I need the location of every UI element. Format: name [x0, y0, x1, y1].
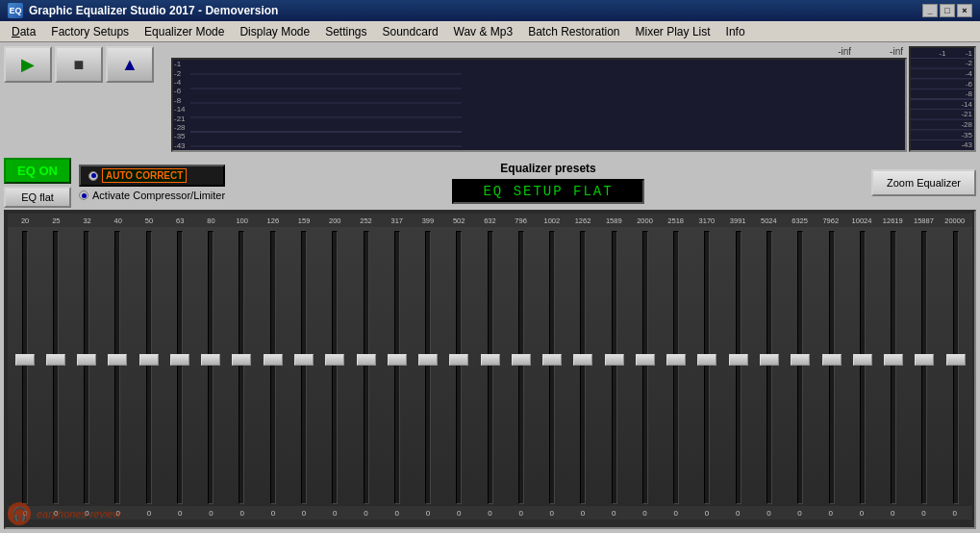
slider-track-1262[interactable]	[580, 231, 586, 504]
menu-soundcard[interactable]: Soundcard	[375, 23, 446, 40]
slider-thumb-12619[interactable]	[884, 354, 903, 366]
slider-thumb-80[interactable]	[201, 354, 220, 366]
eject-button[interactable]: ▲	[106, 46, 154, 83]
slider-thumb-159[interactable]	[294, 354, 314, 366]
bottom-value-1002: 0	[537, 509, 567, 518]
slider-thumb-1002[interactable]	[542, 354, 562, 366]
zoom-equalizer-button[interactable]: Zoom Equalizer	[871, 169, 976, 196]
slider-track-40[interactable]	[114, 231, 120, 504]
frequency-labels: 2025324050638010012615920025231739950263…	[8, 214, 972, 227]
slider-track-10024[interactable]	[860, 231, 866, 504]
slider-track-20000[interactable]	[953, 231, 959, 504]
slider-track-6325[interactable]	[797, 231, 803, 504]
slider-thumb-399[interactable]	[418, 354, 438, 366]
slider-thumb-200[interactable]	[325, 354, 344, 366]
slider-track-200[interactable]	[332, 231, 338, 504]
slider-track-399[interactable]	[425, 231, 431, 504]
auto-correct-button[interactable]: AUTO CORRECT	[79, 165, 225, 187]
menu-info[interactable]: Info	[718, 23, 753, 40]
menu-equalizer-mode[interactable]: Equalizer Mode	[137, 23, 232, 40]
slider-thumb-2518[interactable]	[666, 354, 686, 366]
minimize-button[interactable]: _	[922, 4, 938, 17]
stop-button[interactable]: ■	[55, 46, 103, 83]
slider-track-502[interactable]	[456, 231, 462, 504]
slider-track-32[interactable]	[84, 231, 89, 504]
slider-track-50[interactable]	[146, 231, 152, 504]
slider-track-1002[interactable]	[549, 231, 555, 504]
compressor-toggle[interactable]: Activate Compressor/Limiter	[79, 190, 225, 201]
slider-track-317[interactable]	[394, 231, 400, 504]
slider-track-159[interactable]	[301, 231, 307, 504]
close-button[interactable]: ×	[957, 4, 972, 17]
slider-thumb-5024[interactable]	[760, 354, 779, 366]
slider-channel-80	[196, 231, 226, 506]
slider-thumb-7962[interactable]	[822, 354, 842, 366]
slider-channel-63	[164, 231, 194, 506]
slider-track-796[interactable]	[518, 231, 524, 504]
slider-thumb-40[interactable]	[108, 354, 127, 366]
transport-buttons: ▶ ■ ▲	[4, 46, 167, 83]
slider-thumb-126[interactable]	[264, 354, 283, 366]
slider-thumb-1262[interactable]	[573, 354, 592, 366]
preset-display[interactable]: EQ SETUP FLAT	[452, 179, 644, 204]
slider-thumb-20000[interactable]	[946, 354, 966, 366]
slider-track-12619[interactable]	[891, 231, 896, 504]
slider-channel-12619	[878, 231, 908, 506]
slider-track-252[interactable]	[364, 231, 369, 504]
slider-track-7962[interactable]	[829, 231, 835, 504]
slider-channel-399	[413, 231, 442, 506]
spectrum-label-right: -inf	[890, 46, 903, 57]
freq-label-317: 317	[382, 216, 413, 225]
bottom-value-3170: 0	[691, 509, 722, 518]
slider-thumb-796[interactable]	[512, 354, 531, 366]
menu-display-mode[interactable]: Display Mode	[232, 23, 317, 40]
freq-label-80: 80	[195, 216, 226, 225]
slider-thumb-32[interactable]	[77, 354, 96, 366]
menu-wav-mp3[interactable]: Wav & Mp3	[446, 23, 521, 40]
menu-bar: Data Factory Setups Equalizer Mode Displ…	[0, 21, 980, 42]
slider-track-1589[interactable]	[612, 231, 617, 504]
bottom-value-399: 0	[413, 509, 443, 518]
slider-track-3170[interactable]	[704, 231, 710, 504]
maximize-button[interactable]: □	[940, 4, 955, 17]
menu-batch-restoration[interactable]: Batch Restoration	[520, 23, 627, 40]
slider-thumb-502[interactable]	[449, 354, 468, 366]
menu-factory-setups[interactable]: Factory Setups	[43, 23, 137, 40]
slider-thumb-6325[interactable]	[791, 354, 810, 366]
slider-thumb-632[interactable]	[481, 354, 500, 366]
app-icon: EQ	[8, 3, 23, 18]
bottom-value-12619: 0	[877, 509, 908, 518]
slider-thumb-3170[interactable]	[697, 354, 716, 366]
slider-thumb-100[interactable]	[232, 354, 251, 366]
slider-track-15887[interactable]	[921, 231, 927, 504]
slider-thumb-317[interactable]	[388, 354, 407, 366]
menu-settings[interactable]: Settings	[317, 23, 374, 40]
slider-track-20[interactable]	[22, 231, 28, 504]
slider-track-5024[interactable]	[766, 231, 772, 504]
eq-on-button[interactable]: EQ ON	[4, 158, 71, 184]
slider-thumb-10024[interactable]	[853, 354, 872, 366]
slider-track-100[interactable]	[239, 231, 244, 504]
play-button[interactable]: ▶	[4, 46, 52, 83]
slider-thumb-63[interactable]	[170, 354, 189, 366]
slider-track-25[interactable]	[53, 231, 59, 504]
slider-thumb-252[interactable]	[357, 354, 376, 366]
slider-thumb-25[interactable]	[46, 354, 65, 366]
slider-track-3991[interactable]	[736, 231, 741, 504]
slider-thumb-2000[interactable]	[636, 354, 655, 366]
slider-thumb-1589[interactable]	[605, 354, 624, 366]
slider-track-2518[interactable]	[673, 231, 679, 504]
slider-track-126[interactable]	[270, 231, 276, 504]
menu-data[interactable]: Data	[4, 23, 43, 40]
bottom-value-2518: 0	[661, 509, 691, 518]
eq-flat-button[interactable]: EQ flat	[4, 187, 71, 208]
slider-track-2000[interactable]	[642, 231, 648, 504]
slider-track-80[interactable]	[208, 231, 214, 504]
slider-thumb-15887[interactable]	[915, 354, 934, 366]
slider-thumb-50[interactable]	[139, 354, 159, 366]
menu-mixer-play-list[interactable]: Mixer Play List	[628, 23, 718, 40]
slider-track-63[interactable]	[177, 231, 183, 504]
slider-thumb-20[interactable]	[15, 354, 35, 366]
slider-thumb-3991[interactable]	[729, 354, 748, 366]
slider-track-632[interactable]	[488, 231, 493, 504]
